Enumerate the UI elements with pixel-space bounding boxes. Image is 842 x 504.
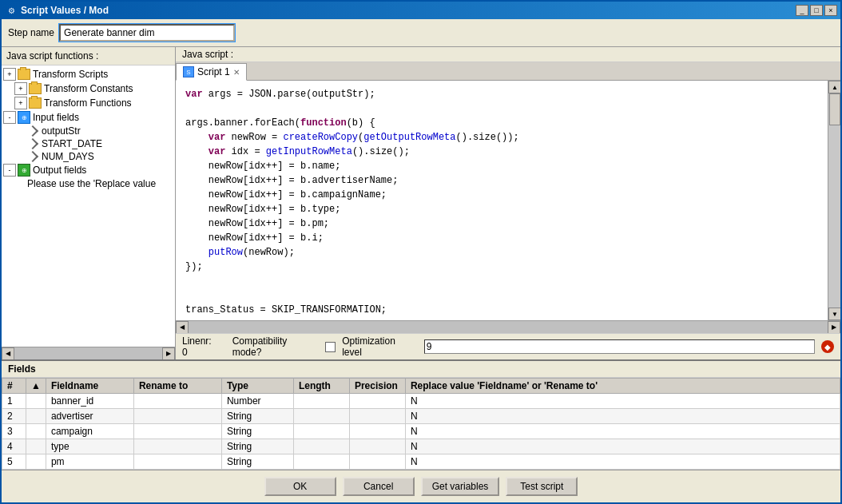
tree-label-num-days: NUM_DAYS: [42, 151, 94, 162]
tree-label-outputstr: outputStr: [42, 125, 81, 137]
horizontal-scrollbar-editor[interactable]: ◀ ▶: [176, 320, 840, 333]
table-row[interactable]: 1 banner_id Number N: [2, 394, 840, 409]
window-icon: ⚙: [5, 4, 18, 17]
tree-item-outputstr[interactable]: outputStr: [2, 125, 175, 137]
expand-transform-constants[interactable]: +: [14, 82, 27, 95]
tree-item-input-fields[interactable]: - ⊕ Input fields: [2, 110, 175, 125]
cell-precision: [349, 454, 405, 470]
cell-rename: [133, 454, 221, 470]
vertical-scrollbar[interactable]: ▲ ▼: [828, 81, 840, 320]
right-panel-header: Java script :: [176, 47, 840, 62]
cell-precision: [349, 394, 405, 409]
col-sort[interactable]: ▲: [26, 379, 46, 394]
table-row[interactable]: 5 pm String N: [2, 454, 840, 470]
cell-precision: [349, 439, 405, 454]
ok-button[interactable]: OK: [264, 477, 336, 496]
tree-item-num-days[interactable]: NUM_DAYS: [2, 150, 175, 163]
cell-type: String: [221, 424, 293, 439]
col-replace[interactable]: Replace value 'Fieldname' or 'Rename to': [405, 379, 840, 394]
tree-label-transform-scripts: Transform Scripts: [33, 69, 108, 80]
script-tab-label: Script 1: [197, 66, 230, 77]
script-tab-1[interactable]: S Script 1 ✕: [176, 63, 247, 81]
scroll-down-btn[interactable]: ▼: [828, 308, 840, 320]
tree-item-output-fields[interactable]: - ⊕ Output fields: [2, 163, 175, 177]
tree-view: + Transform Scripts + Transform Constant…: [2, 65, 175, 347]
window-controls: _ □ ×: [796, 5, 837, 16]
cell-num: 4: [2, 439, 26, 454]
col-fieldname[interactable]: Fieldname: [46, 379, 133, 394]
table-row[interactable]: 4 type String N: [2, 439, 840, 454]
cell-replace: N: [405, 409, 840, 424]
tree-label-replace-note: Please use the 'Replace value: [27, 178, 156, 189]
cell-sort: [26, 409, 46, 424]
code-editor-wrapper: var args = JSON.parse(outputStr); args.b…: [176, 81, 840, 320]
tree-item-transform-constants[interactable]: + Transform Constants: [2, 81, 175, 96]
step-name-input[interactable]: [59, 24, 235, 42]
cancel-button[interactable]: Cancel: [343, 477, 415, 496]
minimize-button[interactable]: _: [796, 5, 808, 16]
col-precision[interactable]: Precision: [349, 379, 405, 394]
table-row[interactable]: 2 advertiser String N: [2, 409, 840, 424]
tree-label-transform-functions: Transform Functions: [44, 97, 132, 109]
fields-tbody: 1 banner_id Number N 2 advertiser String…: [2, 394, 840, 470]
tree-item-start-date[interactable]: START_DATE: [2, 137, 175, 150]
cell-fieldname: campaign: [46, 424, 133, 439]
cell-rename: [133, 394, 221, 409]
folder-icon-transform-scripts: [18, 69, 30, 80]
table-row[interactable]: 3 campaign String N: [2, 424, 840, 439]
scroll-track[interactable]: [14, 347, 162, 359]
main-content: Java script functions : + Transform Scri…: [2, 46, 840, 359]
cell-type: String: [221, 454, 293, 470]
compat-label: Compatibility mode?: [232, 335, 320, 358]
step-name-label: Step name: [8, 27, 54, 38]
scroll-track-v[interactable]: [828, 93, 840, 308]
expand-transform-scripts[interactable]: +: [3, 68, 16, 81]
scroll-up-btn[interactable]: ▲: [828, 81, 840, 93]
cell-rename: [133, 409, 221, 424]
close-button[interactable]: ×: [824, 5, 837, 16]
col-length[interactable]: Length: [293, 379, 349, 394]
cell-length: [293, 409, 349, 424]
folder-icon-transform-constants: [29, 83, 42, 94]
get-variables-button[interactable]: Get variables: [421, 477, 500, 496]
scroll-right-btn[interactable]: ▶: [162, 347, 175, 360]
scroll-thumb-v[interactable]: [829, 93, 840, 125]
col-rename[interactable]: Rename to: [133, 379, 221, 394]
expand-output-fields[interactable]: -: [3, 164, 16, 177]
tree-label-transform-constants: Transform Constants: [44, 83, 133, 94]
arrow-icon-num-days: [27, 151, 38, 162]
cell-sort: [26, 454, 46, 470]
tree-label-output-fields: Output fields: [33, 165, 86, 176]
opt-diamond-icon: ◆: [821, 340, 834, 353]
title-bar: ⚙ Script Values / Mod _ □ ×: [2, 2, 840, 19]
cell-precision: [349, 424, 405, 439]
cell-num: 3: [2, 424, 26, 439]
script-tab-close[interactable]: ✕: [233, 68, 240, 77]
scroll-left-btn[interactable]: ◀: [2, 347, 14, 360]
col-num[interactable]: #: [2, 379, 26, 394]
cell-replace: N: [405, 394, 840, 409]
left-panel-scrollbar[interactable]: ◀ ▶: [2, 347, 175, 359]
tree-label-input-fields: Input fields: [33, 112, 79, 123]
maximize-button[interactable]: □: [810, 5, 823, 16]
scroll-track-h[interactable]: [189, 321, 828, 333]
cell-fieldname: pm: [46, 454, 133, 470]
window-title: Script Values / Mod: [21, 5, 796, 16]
code-editor[interactable]: var args = JSON.parse(outputStr); args.b…: [176, 81, 828, 320]
col-type[interactable]: Type: [221, 379, 293, 394]
test-script-button[interactable]: Test script: [506, 477, 578, 496]
opt-input[interactable]: [424, 339, 815, 354]
scroll-left-editor-btn[interactable]: ◀: [176, 321, 189, 334]
tree-label-start-date: START_DATE: [42, 138, 102, 149]
linenr-text: Linenr: 0: [182, 335, 220, 358]
cell-fieldname: banner_id: [46, 394, 133, 409]
scroll-right-editor-btn[interactable]: ▶: [828, 321, 840, 334]
expand-input-fields[interactable]: -: [3, 111, 16, 124]
expand-transform-functions[interactable]: +: [14, 97, 27, 109]
tree-item-transform-scripts[interactable]: + Transform Scripts: [2, 67, 175, 81]
cell-replace: N: [405, 454, 840, 470]
tree-item-transform-functions[interactable]: + Transform Functions: [2, 96, 175, 110]
status-bar: Linenr: 0 Compatibility mode? Optimizati…: [176, 333, 840, 359]
cell-length: [293, 394, 349, 409]
compat-checkbox[interactable]: [325, 342, 336, 352]
